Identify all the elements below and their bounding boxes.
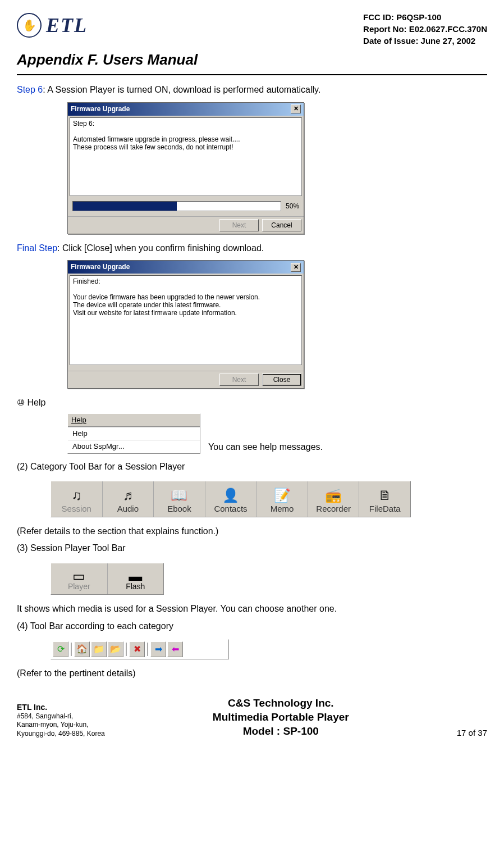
player-toolbar: ▭Player ▬Flash	[51, 563, 164, 595]
footer-left: ETL Inc. #584, Sangwhal-ri, Kanam-myon, …	[17, 702, 105, 739]
action-toolbar: ⟳ 🏠 📁 📂 ✖ ➡ ⬅	[51, 639, 229, 659]
footer-company: C&S Technology Inc.	[213, 696, 349, 711]
step6-text: : A Session Player is turned ON, downloa…	[43, 85, 320, 94]
footer-addr3: Kyounggi-do, 469-885, Korea	[17, 730, 105, 739]
progress-percent: 50%	[286, 202, 299, 211]
close-icon[interactable]: ✕	[291, 104, 301, 113]
cat-filedata[interactable]: 🗎FileData	[359, 481, 410, 517]
appendix-title: Appendix F. Users Manual	[17, 49, 487, 70]
media-flash[interactable]: ▬Flash	[108, 563, 164, 595]
filedata-icon: 🗎	[360, 486, 409, 503]
final-step-line: Final Step: Click [Close] when you confi…	[17, 242, 487, 254]
help-menu-item-about[interactable]: About SspMgr...	[68, 440, 200, 453]
cat-audio[interactable]: ♬Audio	[103, 481, 154, 517]
cat-ebook[interactable]: 📖Ebook	[154, 481, 205, 517]
footer-product: Multimedia Portable Player	[213, 711, 349, 725]
footer-model: Model : SP-100	[213, 725, 349, 739]
firmware-dialog-final: Firmware Upgrade ✕ Next Close	[67, 260, 304, 388]
section3-title: (3) Session Player Tool Bar	[17, 542, 487, 554]
help-menu-label[interactable]: Help	[68, 414, 200, 427]
cat-memo[interactable]: 📝Memo	[256, 481, 308, 517]
step6-line: Step 6: A Session Player is turned ON, d…	[17, 84, 487, 96]
page-footer: ETL Inc. #584, Sangwhal-ri, Kanam-myon, …	[17, 696, 487, 738]
section4-note: (Refer to the pertinent details)	[17, 667, 487, 680]
arrow-right-icon[interactable]: ➡	[150, 641, 166, 657]
dialog-body	[68, 274, 304, 370]
flash-icon: ▬	[109, 567, 163, 581]
globe-hand-icon: ✋	[17, 13, 42, 38]
help-bullet: ⑩ Help	[17, 397, 487, 409]
dialog-buttons: Next Cancel	[68, 216, 304, 234]
dialog-titlebar: Firmware Upgrade ✕	[68, 103, 304, 116]
session-icon: ♫	[52, 486, 101, 503]
help-menu-item-help[interactable]: Help	[68, 427, 200, 440]
page-header: ✋ ETL FCC ID: P6QSP-100 Report No: E02.0…	[17, 11, 487, 47]
audio-icon: ♬	[104, 486, 153, 503]
header-right: FCC ID: P6QSP-100 Report No: E02.0627.FC…	[363, 11, 487, 47]
dialog-buttons: Next Close	[68, 371, 304, 388]
home-icon[interactable]: 🏠	[74, 641, 90, 657]
footer-page: 17 of 37	[457, 727, 487, 739]
help-row: Help Help About SspMgr... You can see he…	[17, 413, 487, 454]
media-player[interactable]: ▭Player	[51, 563, 108, 595]
section3-note: It shows which media is used for a Sessi…	[17, 603, 487, 615]
memo-icon: 📝	[258, 486, 306, 503]
cat-contacts[interactable]: 👤Contacts	[205, 481, 257, 517]
footer-etl: ETL Inc.	[17, 702, 105, 712]
progress-bar	[72, 201, 281, 211]
etl-logo: ✋ ETL	[17, 11, 88, 39]
cancel-button[interactable]: Cancel	[262, 219, 301, 231]
dialog-message	[70, 275, 302, 365]
header-left: ✋ ETL	[17, 11, 88, 39]
step6-label: Step 6	[17, 85, 43, 94]
folder-up-icon[interactable]: 📂	[108, 641, 123, 657]
folder-icon[interactable]: 📁	[91, 641, 107, 657]
dialog-title-text: Firmware Upgrade	[71, 104, 130, 114]
progress-fill	[73, 202, 177, 211]
cat-session[interactable]: ♫Session	[51, 481, 103, 517]
footer-addr2: Kanam-myon, Yoju-kun,	[17, 721, 105, 730]
dialog-message	[70, 117, 302, 196]
category-toolbar: ♫Session ♬Audio 📖Ebook 👤Contacts 📝Memo 📻…	[51, 481, 411, 517]
final-step-text: : Click [Close] when you confirm finishi…	[57, 243, 264, 253]
final-step-label: Final Step	[17, 243, 57, 253]
logo-text: ETL	[46, 11, 88, 39]
header-rule	[17, 74, 487, 75]
next-button[interactable]: Next	[219, 374, 259, 386]
cat-recorder[interactable]: 📻Recorder	[308, 481, 360, 517]
close-button[interactable]: Close	[262, 374, 301, 386]
footer-addr1: #584, Sangwhal-ri,	[17, 712, 105, 721]
help-caption: You can see help messages.	[208, 441, 323, 453]
dialog-titlebar: Firmware Upgrade ✕	[68, 261, 304, 274]
report-no: Report No: E02.0627.FCC.370N	[363, 23, 487, 35]
dialog-body: 50%	[68, 116, 304, 216]
fcc-id: FCC ID: P6QSP-100	[363, 11, 487, 23]
separator	[147, 643, 148, 656]
help-menu: Help Help About SspMgr...	[67, 413, 200, 454]
progress-row: 50%	[70, 199, 302, 215]
refresh-icon[interactable]: ⟳	[53, 641, 68, 657]
section2-title: (2) Category Tool Bar for a Session Play…	[17, 461, 487, 473]
next-button[interactable]: Next	[219, 219, 259, 231]
player-icon: ▭	[52, 567, 106, 581]
close-icon[interactable]: ✕	[291, 263, 301, 272]
section4-title: (4) Tool Bar according to each category	[17, 620, 487, 632]
ebook-icon: 📖	[155, 486, 204, 503]
section2-note: (Refer details to the section that expla…	[17, 525, 487, 538]
contacts-icon: 👤	[207, 486, 255, 503]
delete-icon[interactable]: ✖	[129, 641, 145, 657]
separator	[71, 643, 72, 656]
issue-date: Date of Issue: June 27, 2002	[363, 35, 487, 47]
dialog-title-text: Firmware Upgrade	[71, 262, 130, 272]
arrow-left-icon[interactable]: ⬅	[167, 641, 183, 657]
separator	[126, 643, 127, 656]
firmware-dialog-step6: Firmware Upgrade ✕ 50% Next Cancel	[67, 102, 304, 234]
footer-center: C&S Technology Inc. Multimedia Portable …	[213, 696, 349, 738]
recorder-icon: 📻	[309, 486, 358, 503]
